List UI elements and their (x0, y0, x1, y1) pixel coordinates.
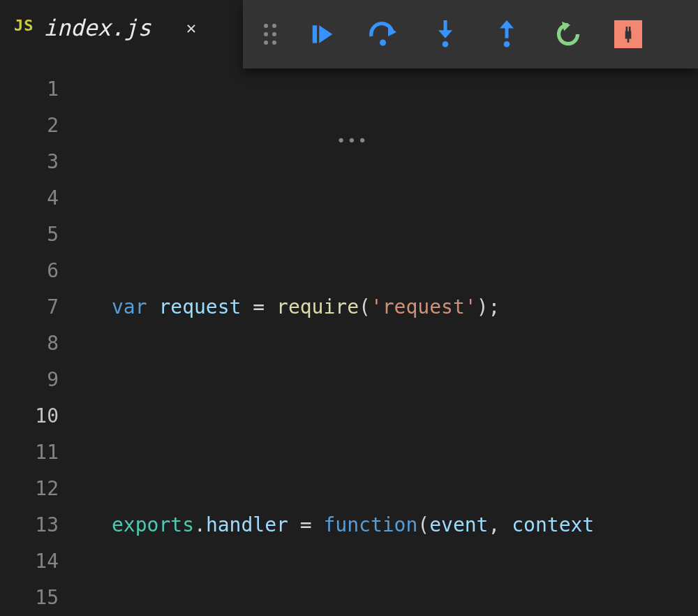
code-line: exports.handler = function(event, contex… (78, 507, 698, 543)
continue-icon (309, 21, 336, 47)
editor-tab[interactable]: JS index.js ✕ (0, 0, 210, 56)
line-number: 8 (0, 325, 59, 362)
close-icon[interactable]: ✕ (186, 18, 196, 38)
svg-point-1 (380, 40, 386, 46)
line-number: 2 (0, 108, 59, 144)
plug-icon (619, 25, 637, 43)
step-into-button[interactable] (430, 19, 461, 50)
line-number: 10 (0, 398, 59, 434)
code-line: var request = require('request'); (78, 289, 698, 325)
step-into-icon (435, 20, 456, 48)
code-editor[interactable]: 1 2 3 4 5 6 7 8 9 10 11 12 13 14 15 ••• … (0, 56, 698, 616)
line-number: 11 (0, 434, 59, 471)
toolbar-grip-icon[interactable] (264, 24, 276, 45)
line-number: 1 (0, 71, 59, 108)
line-number: 4 (0, 180, 59, 217)
line-number: 5 (0, 217, 59, 253)
language-icon: JS (14, 17, 34, 40)
code-content[interactable]: ••• var request = require('request'); ex… (78, 56, 698, 616)
step-out-button[interactable] (491, 19, 522, 50)
restart-icon (554, 20, 583, 49)
line-number: 7 (0, 289, 59, 325)
line-number: 14 (0, 543, 59, 580)
step-over-button[interactable] (369, 19, 399, 50)
svg-rect-6 (625, 31, 632, 39)
restart-button[interactable] (553, 19, 584, 50)
step-over-icon (369, 21, 399, 47)
line-gutter: 1 2 3 4 5 6 7 8 9 10 11 12 13 14 15 (0, 56, 78, 616)
disconnect-button[interactable] (614, 20, 642, 48)
code-line (78, 398, 698, 434)
line-number: 3 (0, 144, 59, 180)
svg-point-3 (443, 41, 449, 47)
line-number: 13 (0, 507, 59, 543)
line-number: 6 (0, 253, 59, 289)
line-number: 15 (0, 580, 59, 616)
ellipsis-hint: ••• (336, 123, 369, 159)
step-out-icon (496, 20, 517, 48)
svg-point-5 (504, 41, 510, 47)
line-number: 9 (0, 362, 59, 398)
tab-filename: index.js (44, 15, 151, 41)
continue-button[interactable] (307, 19, 338, 50)
line-number: 12 (0, 471, 59, 507)
svg-rect-0 (313, 25, 317, 43)
code-line (78, 180, 698, 217)
